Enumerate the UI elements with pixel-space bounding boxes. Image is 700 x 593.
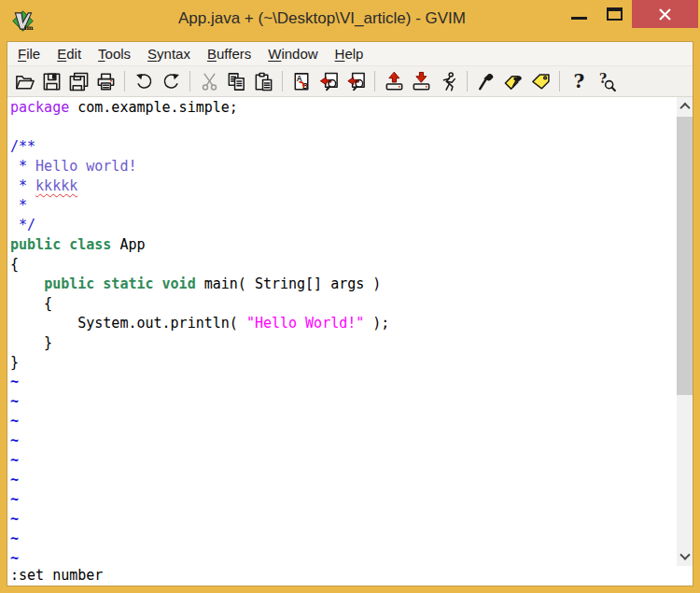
code-line: */ xyxy=(10,216,677,235)
filler-line: ~ xyxy=(10,471,677,490)
code-line: } xyxy=(10,353,677,373)
svg-text:im: im xyxy=(23,23,33,31)
filler-line: ~ xyxy=(10,373,677,392)
close-button[interactable] xyxy=(632,0,698,28)
make-icon[interactable] xyxy=(474,69,498,93)
code-line: /** xyxy=(10,137,677,157)
find-replace-icon[interactable]: AB xyxy=(289,69,314,93)
chevron-down-icon xyxy=(679,549,690,559)
tilde-marker: ~ xyxy=(10,530,19,547)
editor-text-area[interactable]: package com.example.simple;/** * Hello w… xyxy=(7,97,677,566)
minimize-button[interactable] xyxy=(561,0,596,28)
maximize-button[interactable] xyxy=(596,0,632,28)
filler-line: ~ xyxy=(10,451,677,471)
menu-help[interactable]: Help xyxy=(327,46,372,62)
tag-jump-icon[interactable] xyxy=(528,69,553,93)
code-line: { xyxy=(10,294,677,314)
chevron-up-icon xyxy=(679,102,690,112)
code-line: } xyxy=(10,333,677,353)
scrollbar-thumb[interactable] xyxy=(677,117,693,395)
toolbar-separator xyxy=(282,71,283,92)
menu-bar: FileEditToolsSyntaxBuffersWindowHelp xyxy=(7,42,693,66)
tilde-marker: ~ xyxy=(10,374,19,390)
client-area: FileEditToolsSyntaxBuffersWindowHelp AB?… xyxy=(7,41,693,586)
filler-line: ~ xyxy=(10,431,677,451)
tilde-marker: ~ xyxy=(10,472,19,488)
toolbar-separator xyxy=(467,71,468,92)
tilde-marker: ~ xyxy=(10,393,19,410)
tilde-marker: ~ xyxy=(10,452,19,469)
menu-window[interactable]: Window xyxy=(259,46,326,62)
filler-line: ~ xyxy=(10,490,677,510)
tilde-marker: ~ xyxy=(10,491,19,508)
vim-logo-icon: im xyxy=(11,9,34,32)
tilde-marker: ~ xyxy=(10,413,19,430)
code-line: public class App xyxy=(10,235,677,255)
gvim-window: im App.java + (~\Desktop\VI_article) - G… xyxy=(0,0,700,593)
open-file-icon[interactable] xyxy=(12,69,36,93)
minimize-icon xyxy=(571,17,587,20)
toolbar: AB?? xyxy=(7,66,693,97)
scroll-down-button[interactable] xyxy=(677,548,693,566)
code-line: { xyxy=(10,255,677,275)
window-controls xyxy=(561,0,700,28)
cut-icon[interactable] xyxy=(197,69,221,93)
toolbar-separator xyxy=(189,71,190,92)
menu-file[interactable]: File xyxy=(9,46,49,62)
menu-tools[interactable]: Tools xyxy=(90,46,139,62)
menu-edit[interactable]: Edit xyxy=(49,46,90,62)
scrollbar-track[interactable] xyxy=(677,395,693,548)
build-tags-icon[interactable] xyxy=(501,69,525,93)
tilde-marker: ~ xyxy=(10,550,19,566)
save-session-icon[interactable] xyxy=(409,69,433,93)
code-line: * xyxy=(10,196,677,216)
find-next-icon[interactable] xyxy=(316,69,341,93)
code-line: package com.example.simple; xyxy=(10,98,677,118)
tilde-marker: ~ xyxy=(10,511,19,528)
redo-icon[interactable] xyxy=(159,69,183,93)
code-line: * kkkkk xyxy=(10,176,677,196)
filler-line: ~ xyxy=(10,510,677,529)
maximize-icon xyxy=(607,7,623,21)
toolbar-separator xyxy=(124,71,125,92)
menu-buffers[interactable]: Buffers xyxy=(199,46,259,62)
print-icon[interactable] xyxy=(93,69,118,93)
scroll-up-button[interactable] xyxy=(677,97,693,115)
toolbar-separator xyxy=(559,71,560,92)
svg-text:?: ? xyxy=(573,71,584,92)
command-line[interactable]: :set number xyxy=(7,566,693,586)
save-all-icon[interactable] xyxy=(66,69,91,93)
tilde-marker: ~ xyxy=(10,432,19,449)
misspelled-word: kkkkk xyxy=(35,177,77,194)
code-line: * Hello world! xyxy=(10,157,677,176)
close-icon xyxy=(658,7,672,21)
find-prev-icon[interactable] xyxy=(343,69,368,93)
code-line: public static void main( String[] args ) xyxy=(10,275,677,294)
main-area: package com.example.simple;/** * Hello w… xyxy=(7,97,693,566)
paste-icon[interactable] xyxy=(251,69,275,93)
filler-line: ~ xyxy=(10,392,677,412)
code-line: System.out.println( "Hello World!" ); xyxy=(10,314,677,333)
undo-icon[interactable] xyxy=(132,69,156,93)
run-script-icon[interactable] xyxy=(436,69,460,93)
filler-line: ~ xyxy=(10,529,677,549)
filler-line: ~ xyxy=(10,412,677,431)
filler-line: ~ xyxy=(10,549,677,566)
find-help-icon[interactable]: ? xyxy=(594,69,618,93)
help-icon[interactable]: ? xyxy=(567,69,591,93)
toolbar-separator xyxy=(374,71,375,92)
copy-icon[interactable] xyxy=(224,69,248,93)
window-title: App.java + (~\Desktop\VI_article) - GVIM xyxy=(93,0,551,37)
load-session-icon[interactable] xyxy=(382,69,406,93)
menu-syntax[interactable]: Syntax xyxy=(139,46,199,62)
command-line-text: :set number xyxy=(10,567,103,584)
code-line xyxy=(10,118,677,137)
save-file-icon[interactable] xyxy=(39,69,63,93)
vertical-scrollbar[interactable] xyxy=(677,97,693,566)
title-bar[interactable]: im App.java + (~\Desktop\VI_article) - G… xyxy=(0,0,700,41)
